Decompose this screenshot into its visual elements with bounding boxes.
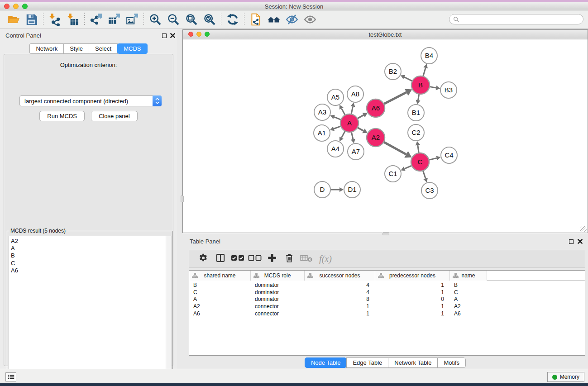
resize-grip[interactable] [580,226,587,232]
tab-mcds[interactable]: MCDS [117,43,147,54]
edge-A6-B[interactable] [383,92,406,105]
table-row-A[interactable]: Adominator80A [189,296,585,303]
cell-name[interactable]: A [450,296,487,303]
tab-network[interactable]: Network [29,43,64,54]
float-panel-button[interactable] [161,33,167,38]
zoom-in-button[interactable] [146,12,164,27]
delete-column-button[interactable] [281,251,298,267]
open-file-button[interactable] [5,12,23,27]
column-header-mcds-role[interactable]: MCDS role [251,271,305,281]
cell-predecessor-nodes[interactable]: 1 [375,289,450,296]
edge-A2-C[interactable] [383,142,406,154]
tab-motifs[interactable]: Motifs [437,357,466,368]
cell-successor-nodes[interactable]: 8 [305,296,375,303]
cell-successor-nodes[interactable]: 4 [305,282,375,289]
delete-table-button[interactable] [298,251,315,267]
network-canvas[interactable]: B4B2BB3A5A8A6A3B1AC2A1A2A4A7C4CC1DD1C3 [183,40,587,233]
zoom-in-icon [149,13,162,26]
save-session-button[interactable] [23,12,41,27]
export-image-button[interactable] [123,12,141,27]
result-item[interactable]: B [11,252,166,259]
network-window-titlebar[interactable]: testGlobe.txt [183,30,588,39]
vertical-splitter-handle[interactable] [382,232,389,235]
zoom-out-button[interactable] [164,12,182,27]
task-history-button[interactable] [5,372,16,381]
tab-node-table[interactable]: Node Table [305,357,347,368]
cell-predecessor-nodes[interactable]: 1 [375,303,450,310]
import-table-button[interactable] [64,12,82,27]
close-table-panel-button[interactable] [577,238,583,244]
criterion-select[interactable]: largest connected component (directed) [19,95,162,106]
horizontal-splitter-handle[interactable] [181,195,184,202]
cell-successor-nodes[interactable]: 4 [305,289,375,296]
search-input[interactable] [462,16,579,23]
result-item[interactable]: A [11,245,166,252]
mcds-buttons-row: Run MCDS Close panel [4,111,173,121]
cell-shared-name[interactable]: A [189,296,251,303]
refresh-button[interactable] [224,12,242,27]
table-row-A2[interactable]: A2connector11A2 [189,303,585,310]
export-network-button[interactable] [87,12,105,27]
tab-edge-table[interactable]: Edge Table [346,357,388,368]
settings-icon [198,253,208,265]
tab-select[interactable]: Select [89,43,118,54]
memory-button[interactable]: Memory [547,372,584,382]
column-header-successor-nodes[interactable]: successor nodes [305,271,375,281]
cell-successor-nodes[interactable]: 1 [305,310,375,318]
close-panel-button[interactable] [170,33,176,38]
cell-name[interactable]: A6 [450,310,487,318]
home-button[interactable] [265,12,283,27]
mcds-result-list[interactable]: A2ABCA6 [8,236,166,386]
cell-shared-name[interactable]: A2 [189,303,251,310]
edge-B-B2[interactable] [404,77,413,81]
result-item[interactable]: C [11,260,166,267]
cell-predecessor-nodes[interactable]: 1 [375,282,450,289]
import-network-button[interactable] [46,12,64,27]
cell-name[interactable]: A2 [450,303,487,310]
column-header-shared-name[interactable]: shared name [189,271,251,281]
cell-shared-name[interactable]: C [189,289,251,296]
add-column-button[interactable] [263,251,281,267]
cell-mcds-role[interactable]: dominator [251,289,305,296]
zoom-selected-button[interactable] [201,12,219,27]
cell-mcds-role[interactable]: dominator [251,282,305,289]
column-header-predecessor-nodes[interactable]: predecessor nodes [375,271,450,281]
table-row-C[interactable]: Cdominator41C [189,289,585,296]
search-icon [453,16,459,23]
tab-network-table[interactable]: Network Table [388,357,438,368]
cell-shared-name[interactable]: B [189,282,251,289]
cell-predecessor-nodes[interactable]: 1 [375,310,450,318]
export-table-button[interactable] [105,12,123,27]
float-table-panel-button[interactable] [568,238,574,244]
table-row-B[interactable]: Bdominator41B [189,282,585,289]
cell-mcds-role[interactable]: dominator [251,296,305,303]
cell-name[interactable]: C [450,289,487,296]
mcds-result-legend: MCDS result (5 nodes) [9,228,67,234]
tab-style[interactable]: Style [63,43,89,54]
cell-shared-name[interactable]: A6 [189,310,251,318]
cell-mcds-role[interactable]: connector [251,310,305,318]
hide-selected-button[interactable] [283,12,301,27]
show-all-button[interactable] [301,12,319,27]
settings-button[interactable] [195,251,212,267]
open-session-file-button[interactable] [247,12,265,27]
deselect-all-icon [248,253,262,264]
cell-predecessor-nodes[interactable]: 0 [375,296,450,303]
cell-successor-nodes[interactable]: 1 [305,303,375,310]
column-header-name[interactable]: name [450,271,487,281]
table-row-A6[interactable]: A6connector11A6 [189,310,585,318]
select-all-button[interactable] [229,251,246,267]
result-item[interactable]: A6 [11,267,166,274]
run-mcds-button[interactable]: Run MCDS [39,111,85,121]
deselect-all-button[interactable] [246,251,263,267]
close-mcds-panel-button[interactable]: Close panel [91,111,138,121]
app-titlebar[interactable]: Session: New Session [0,2,588,10]
cell-mcds-role[interactable]: connector [251,303,305,310]
result-scrollbar[interactable] [166,236,172,386]
result-item[interactable]: A2 [11,238,166,245]
zoom-fit-button[interactable] [182,12,201,27]
cell-name[interactable]: B [450,282,487,289]
search-box[interactable] [449,14,583,24]
columns-button[interactable] [212,251,229,267]
edge-B-B4[interactable] [423,68,425,77]
